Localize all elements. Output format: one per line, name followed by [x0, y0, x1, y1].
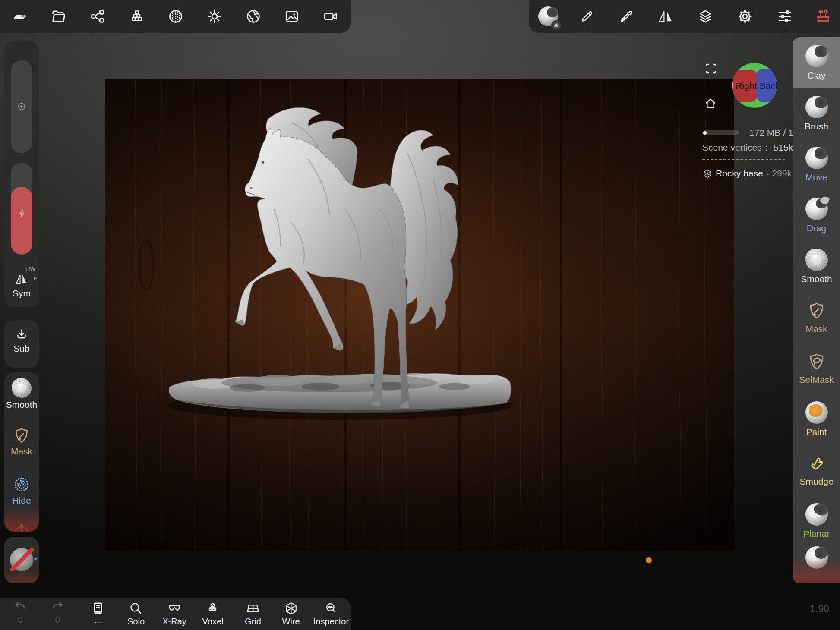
clay-ball-icon	[805, 45, 828, 67]
quick-mask-label: Mask	[4, 446, 39, 457]
smooth-ball-icon	[805, 249, 828, 271]
camera-video-icon[interactable]	[323, 9, 338, 24]
intensity-slider[interactable]	[11, 163, 32, 255]
journal-more-indicator: …	[91, 617, 105, 624]
wire-button[interactable]: Wire	[282, 601, 300, 627]
tool-move-label: Move	[805, 172, 827, 183]
hide-dotted-sphere-icon	[13, 476, 31, 494]
object-name: Rocky base	[716, 168, 763, 179]
undo-button[interactable]: 0	[13, 601, 28, 625]
mesh-sphere-icon[interactable]	[168, 9, 183, 24]
sculpt-viewport[interactable]	[105, 79, 734, 551]
tool-smudge-label: Smudge	[799, 476, 833, 487]
tool-mask-label: Mask	[805, 324, 827, 334]
redo-count: 0	[50, 615, 65, 625]
tool-next-partial[interactable]	[793, 546, 840, 583]
xray-glasses-icon	[167, 601, 182, 616]
material-off-button[interactable]	[10, 548, 33, 571]
symmetry-expand-chevron[interactable]: ▸	[34, 274, 37, 281]
radius-slider[interactable]	[11, 60, 32, 153]
xray-button[interactable]: X-Ray	[162, 601, 186, 627]
orientation-gizmo[interactable]: Right Back	[732, 63, 777, 108]
xray-label: X-Ray	[162, 617, 186, 627]
quick-tool-mask[interactable]: Mask	[4, 426, 39, 457]
home-view-icon[interactable]	[704, 97, 717, 110]
symmetry-mirror-icon[interactable]	[658, 9, 673, 24]
tool-paint-label: Paint	[806, 427, 827, 437]
stroke-settings-panel: L/W Sym ▸	[4, 41, 39, 307]
inspector-eye-icon	[324, 601, 338, 616]
fullscreen-icon[interactable]	[704, 62, 717, 75]
memory-usage-bar	[702, 130, 739, 135]
tool-move[interactable]: Move	[793, 139, 840, 190]
tool-paint[interactable]: Paint	[793, 394, 840, 444]
tool-smudge[interactable]: Smudge	[793, 444, 840, 495]
move-ball-icon	[805, 147, 828, 169]
files-icon[interactable]	[51, 9, 66, 24]
wire-label: Wire	[282, 617, 300, 627]
wireframe-icon	[284, 601, 298, 616]
material-expand-chevron[interactable]: ▸	[34, 555, 38, 561]
tool-mask[interactable]: Mask	[793, 292, 840, 343]
scene-vertices-value: 515k	[774, 142, 793, 152]
symmetry-label: Sym	[4, 288, 39, 299]
settings-gear-icon[interactable]	[737, 9, 753, 24]
intensity-slider-fill	[11, 187, 32, 255]
voxel-button[interactable]: Voxel	[202, 601, 224, 627]
paintbrush-icon[interactable]	[619, 9, 634, 24]
lighting-sun-icon[interactable]	[207, 9, 222, 24]
background-image-icon[interactable]	[284, 9, 300, 24]
tool-smooth[interactable]: Smooth	[793, 241, 840, 292]
tool-selmask[interactable]: SelMask	[793, 343, 840, 394]
paint-ball-icon	[805, 401, 828, 424]
gizmo-arc-icon	[12, 522, 31, 532]
quick-tool-smooth[interactable]: Smooth	[4, 378, 39, 410]
layers-icon[interactable]	[698, 9, 713, 24]
brush-toolbar: Clay Brush Move Drag Smooth Mask SelMask…	[793, 37, 840, 583]
postprocess-aperture-icon[interactable]	[246, 9, 261, 24]
top-left-toolbar: …	[0, 0, 351, 33]
gizmo-back-label: Back	[760, 81, 777, 91]
symmetry-icon	[14, 272, 29, 287]
intensity-icon	[17, 208, 26, 218]
tool-drag[interactable]: Drag	[793, 190, 840, 241]
mesh-object-icon	[702, 169, 712, 179]
redo-icon	[50, 601, 65, 614]
grid-button[interactable]: Grid	[245, 601, 261, 627]
sliders-more-indicator: …	[781, 24, 789, 28]
material-gear-badge	[551, 20, 561, 30]
voxel-cubes-icon	[205, 601, 220, 616]
notification-dot	[646, 557, 652, 563]
object-vertex-count: · 299k	[767, 168, 792, 179]
inspector-button[interactable]: Inspector	[313, 601, 349, 627]
quick-tool-hide[interactable]: Hide	[4, 476, 39, 506]
tool-planar-label: Planar	[803, 529, 830, 539]
material-matcap-button[interactable]	[538, 6, 558, 26]
redo-button[interactable]: 0	[50, 601, 65, 625]
selected-object-row[interactable]: Rocky base · 299k	[702, 168, 792, 179]
sub-panel: Sub	[4, 320, 39, 368]
tool-brush[interactable]: Brush	[793, 88, 840, 139]
sub-button[interactable]: Sub	[4, 328, 39, 354]
mask-shield-icon	[807, 301, 827, 321]
quick-tool-gizmo-partial[interactable]	[4, 522, 39, 532]
tool-drag-label: Drag	[807, 223, 827, 233]
solo-magnifier-icon	[129, 601, 143, 616]
tool-clay[interactable]: Clay	[793, 37, 840, 88]
radius-icon	[17, 102, 26, 111]
bottom-toolbar: 0 0 … Solo X-Ray Voxel	[0, 598, 351, 630]
voxel-label: Voxel	[202, 617, 224, 627]
solo-button[interactable]: Solo	[127, 601, 145, 627]
toolbox-icon[interactable]	[815, 8, 831, 25]
nomad-logo[interactable]	[11, 8, 28, 25]
matcap-crescent	[547, 7, 558, 17]
pencil-more-indicator: …	[583, 24, 591, 28]
tool-selmask-label: SelMask	[799, 375, 834, 385]
hud-divider	[702, 159, 785, 160]
journal-icon	[91, 601, 105, 616]
scene-graph-icon[interactable]	[90, 9, 105, 24]
planar-ball-icon	[805, 503, 828, 526]
history-journal-button[interactable]: …	[91, 601, 105, 624]
tool-brush-label: Brush	[805, 121, 828, 132]
tool-planar[interactable]: Planar	[793, 495, 840, 546]
